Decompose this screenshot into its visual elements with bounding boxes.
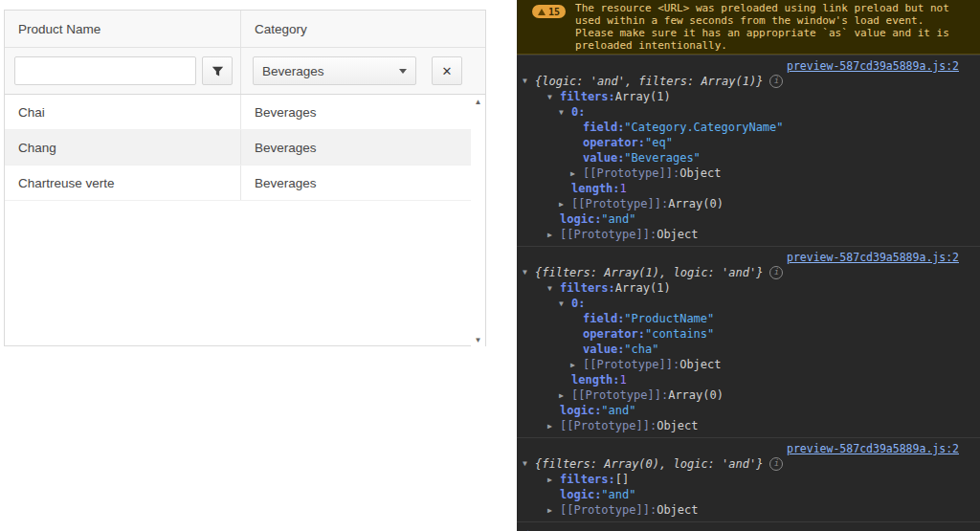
property-value: Array(1) bbox=[615, 90, 671, 103]
property-row[interactable]: ▶ filters [] bbox=[517, 472, 980, 487]
table-row[interactable]: Chartreuse verte Beverages bbox=[5, 166, 471, 201]
object-preview: {filters: Array(0), logic: 'and'} bbox=[535, 457, 763, 471]
product-filter-input[interactable] bbox=[14, 56, 196, 85]
scroll-down-icon[interactable]: ▼ bbox=[475, 333, 482, 347]
property-key: [[Prototype]] bbox=[583, 358, 679, 371]
info-icon[interactable]: i bbox=[769, 457, 783, 471]
clear-category-filter-button[interactable]: ✕ bbox=[432, 56, 462, 85]
scroll-up-icon[interactable]: ▲ bbox=[475, 95, 482, 109]
property-value: [] bbox=[615, 473, 629, 486]
property-row: value "cha" bbox=[517, 342, 980, 357]
property-row[interactable]: ▶ [[Prototype]] Array(0) bbox=[517, 387, 980, 403]
expand-icon[interactable]: ▶ bbox=[547, 422, 560, 431]
property-key: operator bbox=[583, 136, 645, 149]
product-name-cell: Chai bbox=[5, 95, 240, 129]
property-value: Object bbox=[679, 166, 721, 180]
property-row: logic "and" bbox=[517, 487, 980, 502]
property-row[interactable]: ▼ 0 bbox=[517, 104, 980, 120]
property-row[interactable]: ▶ [[Prototype]] Array(0) bbox=[517, 196, 980, 211]
expand-icon[interactable]: ▶ bbox=[570, 361, 583, 369]
collapse-icon[interactable]: ▼ bbox=[547, 93, 560, 101]
property-value: Object bbox=[657, 228, 698, 241]
collapse-icon[interactable]: ▼ bbox=[559, 108, 571, 117]
console-entry: preview-587cd39a5889a.js:2 ▼ {logic: 'an… bbox=[517, 55, 980, 246]
collapse-icon[interactable]: ▼ bbox=[547, 284, 560, 293]
collapse-icon[interactable]: ▼ bbox=[523, 268, 535, 277]
product-grid: Product Name Category Beverages ✕ bbox=[4, 10, 486, 346]
info-icon[interactable]: i bbox=[769, 75, 783, 88]
property-row[interactable]: ▶ [[Prototype]] Object bbox=[517, 166, 980, 181]
object-preview-row[interactable]: ▼ {logic: 'and', filters: Array(1)} i bbox=[517, 73, 980, 89]
property-value: Array(0) bbox=[668, 197, 724, 210]
expand-icon[interactable]: ▶ bbox=[559, 391, 571, 400]
property-value: Array(1) bbox=[615, 281, 671, 295]
property-key: 0 bbox=[571, 297, 585, 310]
object-preview-row[interactable]: ▼ {filters: Array(0), logic: 'and'} i bbox=[517, 455, 980, 472]
grid-rows: Chai Beverages Chang Beverages Chartreus… bbox=[5, 95, 471, 201]
category-cell: Beverages bbox=[240, 130, 471, 165]
property-row: value "Beverages" bbox=[517, 150, 980, 166]
source-link[interactable]: preview-587cd39a5889a.js:2 bbox=[787, 59, 959, 73]
property-key: logic bbox=[560, 404, 601, 417]
property-key: [[Prototype]] bbox=[560, 503, 657, 517]
source-link[interactable]: preview-587cd39a5889a.js:2 bbox=[787, 251, 959, 264]
property-value: Object bbox=[657, 419, 698, 432]
expand-icon[interactable]: ▶ bbox=[547, 476, 560, 484]
property-row: length 1 bbox=[517, 181, 980, 196]
grid-scrollbar[interactable]: ▲ ▼ bbox=[471, 95, 485, 347]
source-link-row: preview-587cd39a5889a.js:2 bbox=[517, 249, 980, 264]
funnel-icon bbox=[212, 65, 224, 77]
source-link-row: preview-587cd39a5889a.js:2 bbox=[517, 440, 980, 455]
property-row: length 1 bbox=[517, 372, 980, 387]
dropdown-caret-icon bbox=[399, 69, 407, 74]
property-value: "contains" bbox=[645, 327, 714, 341]
collapse-icon[interactable]: ▼ bbox=[559, 299, 571, 308]
clear-icon: ✕ bbox=[442, 64, 453, 78]
property-key: logic bbox=[560, 488, 601, 501]
property-key: [[Prototype]] bbox=[560, 419, 657, 432]
console-entry: preview-587cd39a5889a.js:2 ▼ {filters: A… bbox=[517, 246, 980, 437]
expand-icon[interactable]: ▶ bbox=[547, 506, 560, 515]
property-value: "eq" bbox=[645, 136, 673, 149]
info-icon[interactable]: i bbox=[769, 266, 783, 279]
table-row[interactable]: Chai Beverages bbox=[5, 95, 471, 130]
collapse-icon[interactable]: ▼ bbox=[523, 77, 535, 85]
product-name-cell: Chang bbox=[5, 130, 240, 165]
category-filter-dropdown[interactable]: Beverages bbox=[253, 56, 416, 85]
warning-count-badge[interactable]: 15 bbox=[532, 5, 566, 18]
grid-content: Chai Beverages Chang Beverages Chartreus… bbox=[5, 95, 485, 347]
property-value: "cha" bbox=[624, 343, 658, 356]
property-key: [[Prototype]] bbox=[583, 166, 679, 180]
property-key: length bbox=[571, 182, 620, 195]
expand-icon[interactable]: ▶ bbox=[559, 200, 571, 209]
source-link[interactable]: preview-587cd39a5889a.js:2 bbox=[787, 442, 959, 455]
property-row[interactable]: ▶ [[Prototype]] Object bbox=[517, 502, 980, 518]
property-row[interactable]: ▼ filters Array(1) bbox=[517, 89, 980, 104]
property-row[interactable]: ▼ filters Array(1) bbox=[517, 280, 980, 296]
property-key: filters bbox=[560, 90, 615, 103]
property-value: 1 bbox=[620, 373, 627, 387]
property-row: field "Category.CategoryName" bbox=[517, 120, 980, 135]
product-filter-button[interactable] bbox=[202, 56, 233, 85]
property-row[interactable]: ▶ [[Prototype]] Object bbox=[517, 227, 980, 242]
grid-header-row: Product Name Category bbox=[5, 11, 485, 48]
source-link-row: preview-587cd39a5889a.js:2 bbox=[517, 57, 980, 73]
category-cell: Beverages bbox=[240, 95, 471, 129]
property-row[interactable]: ▼ 0 bbox=[517, 296, 980, 311]
property-value: 1 bbox=[620, 182, 627, 195]
collapse-icon[interactable]: ▼ bbox=[523, 459, 535, 468]
product-filter-cell bbox=[5, 48, 240, 94]
expand-icon[interactable]: ▶ bbox=[570, 169, 583, 178]
property-key: field bbox=[583, 121, 624, 134]
grid-filter-row: Beverages ✕ bbox=[5, 48, 485, 95]
table-row[interactable]: Chang Beverages bbox=[5, 130, 471, 166]
property-row: operator "eq" bbox=[517, 135, 980, 150]
property-row[interactable]: ▶ [[Prototype]] Object bbox=[517, 357, 980, 372]
console-prompt[interactable]: › bbox=[517, 521, 980, 531]
property-key: [[Prototype]] bbox=[571, 388, 668, 402]
property-row[interactable]: ▶ [[Prototype]] Object bbox=[517, 418, 980, 433]
expand-icon[interactable]: ▶ bbox=[547, 231, 560, 239]
object-preview-row[interactable]: ▼ {filters: Array(1), logic: 'and'} i bbox=[517, 264, 980, 280]
column-header-category[interactable]: Category bbox=[240, 11, 485, 47]
column-header-product-name[interactable]: Product Name bbox=[5, 11, 240, 47]
